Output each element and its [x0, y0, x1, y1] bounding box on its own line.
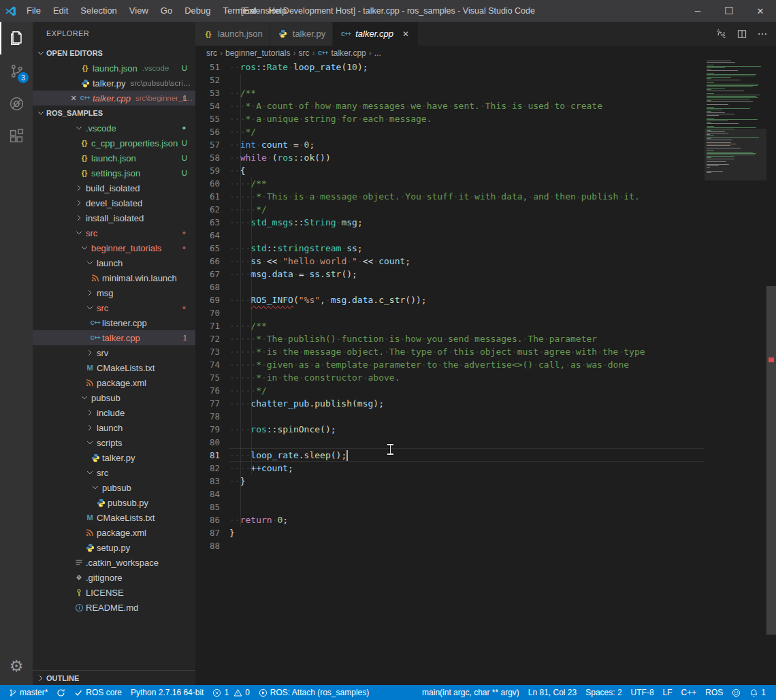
menu-view[interactable]: View: [123, 0, 155, 22]
tree-file-LICENSE[interactable]: LICENSE: [33, 585, 195, 600]
maximize-button[interactable]: ☐: [713, 0, 745, 22]
activity-source-control-button[interactable]: 3: [0, 54, 33, 87]
minimap-viewport[interactable]: [705, 129, 766, 180]
menu-terminal[interactable]: Terminal: [216, 0, 262, 22]
activity-explorer-button[interactable]: [0, 22, 33, 54]
breadcrumb-label: src: [206, 48, 217, 58]
breadcrumb-item[interactable]: src: [206, 48, 217, 58]
breadcrumb-item[interactable]: src: [298, 48, 309, 58]
open-editors-header[interactable]: OPEN EDITORS: [33, 46, 195, 61]
breadcrumb-item[interactable]: ...: [374, 48, 381, 58]
tab-talker.cpp[interactable]: C++talker.cpp✕: [333, 22, 418, 46]
code-editor[interactable]: 51··ros::Rate·loop_rate(10);5253··/**54·…: [195, 61, 705, 552]
more-actions-icon[interactable]: [757, 29, 768, 39]
status-item[interactable]: [53, 685, 69, 700]
tree-folder-launch[interactable]: launch: [33, 420, 195, 435]
status-item-ros-attach-ros-samples[interactable]: ROS: Attach (ros_samples): [255, 685, 372, 700]
status-item-c[interactable]: C++: [678, 685, 700, 700]
breadcrumb-item[interactable]: beginner_tutorials: [225, 48, 290, 58]
code-line-text: ··ros::Rate·loop_rate(10);: [229, 61, 368, 74]
tree-folder-pubsub[interactable]: pubsub: [33, 390, 195, 405]
tree-item-label: .gitignore: [86, 573, 122, 583]
tree-file-settings.json[interactable]: {}settings.jsonU: [33, 165, 195, 180]
menu-selection[interactable]: Selection: [74, 0, 123, 22]
tree-item-label: setup.py: [97, 543, 130, 553]
tree-folder-srv[interactable]: srv: [33, 345, 195, 360]
status-item-ln-81-col-23[interactable]: Ln 81, Col 23: [525, 685, 580, 700]
tree-file-.catkin_workspace[interactable]: .catkin_workspace: [33, 555, 195, 570]
line-number: 71: [195, 319, 229, 332]
tree-item-label: launch.json: [91, 153, 136, 163]
tree-file-CMakeLists.txt[interactable]: MCMakeLists.txt: [33, 510, 195, 525]
menu-edit[interactable]: Edit: [47, 0, 74, 22]
scrollbar-slider[interactable]: [766, 286, 776, 635]
tree-folder-src[interactable]: src•: [33, 225, 195, 240]
close-icon[interactable]: ✕: [68, 94, 79, 103]
tree-folder-.vscode[interactable]: .vscode•: [33, 121, 195, 136]
open-editor-item[interactable]: ✕C++talker.cppsrc\beginner_tuto...1: [33, 91, 195, 106]
menu-go[interactable]: Go: [155, 0, 178, 22]
tree-folder-pubsub[interactable]: pubsub: [33, 480, 195, 495]
tree-folder-devel_isolated[interactable]: devel_isolated: [33, 195, 195, 210]
tree-file-CMakeLists.txt[interactable]: MCMakeLists.txt: [33, 360, 195, 375]
tree-folder-launch[interactable]: launch: [33, 255, 195, 270]
explorer-icon: [8, 29, 26, 47]
status-item-ros-core[interactable]: ROS core: [71, 685, 125, 700]
tree-file-launch.json[interactable]: {}launch.jsonU: [33, 150, 195, 165]
tree-file-minimal.win.launch[interactable]: minimal.win.launch: [33, 270, 195, 285]
activity-debug-button[interactable]: [0, 87, 33, 120]
tree-folder-msg[interactable]: msg: [33, 285, 195, 300]
tree-folder-scripts[interactable]: scripts: [33, 435, 195, 450]
activity-settings-gear-button[interactable]: ⚙: [0, 650, 33, 682]
tree-folder-build_isolated[interactable]: build_isolated: [33, 180, 195, 195]
tree-file-talker.py[interactable]: talker.py: [33, 450, 195, 465]
tree-file-listener.cpp[interactable]: C++listener.cpp: [33, 315, 195, 330]
close-button[interactable]: ✕: [745, 0, 776, 22]
tree-folder-src[interactable]: src•: [33, 300, 195, 315]
tree-file-setup.py[interactable]: setup.py: [33, 540, 195, 555]
chevron-right-icon: [84, 349, 95, 356]
status-item-1[interactable]: 1: [746, 685, 769, 700]
breadcrumb-item[interactable]: C++talker.cpp: [317, 48, 366, 59]
vertical-scrollbar[interactable]: [766, 61, 776, 685]
status-item-ros[interactable]: ROS: [702, 685, 726, 700]
split-editor-icon[interactable]: [737, 29, 747, 39]
tree-folder-src[interactable]: src: [33, 465, 195, 480]
status-item-lf[interactable]: LF: [660, 685, 676, 700]
cpp-file-icon: C++: [317, 48, 328, 59]
tree-file-README.md[interactable]: README.md: [33, 600, 195, 615]
tree-file-.gitignore[interactable]: .gitignore: [33, 570, 195, 585]
tree-item-label: talker.py: [102, 453, 135, 463]
outline-section-header[interactable]: OUTLINE: [33, 670, 195, 685]
folder-section-header[interactable]: ROS_SAMPLES: [33, 106, 195, 121]
tree-folder-beginner_tutorials[interactable]: beginner_tutorials•: [33, 240, 195, 255]
tree-file-c_cpp_properties.json[interactable]: {}c_cpp_properties.jsonU: [33, 136, 195, 150]
tab-launch.json[interactable]: {}launch.json: [195, 22, 270, 46]
tab-close-icon[interactable]: ✕: [400, 29, 411, 39]
open-editor-item[interactable]: talker.pysrc\pubsub\scripts: [33, 76, 195, 91]
minimap[interactable]: [705, 61, 766, 685]
status-item-python-2-7-16-64-bit[interactable]: Python 2.7.16 64-bit: [127, 685, 207, 700]
breadcrumb-label: beginner_tutorials: [225, 48, 290, 58]
open-editor-item[interactable]: {}launch.json.vscodeU: [33, 61, 195, 76]
tree-file-package.xml[interactable]: package.xml: [33, 525, 195, 540]
tree-folder-include[interactable]: include: [33, 405, 195, 420]
status-item-main-int-argc-char-argv[interactable]: main(int argc, char ** argv): [419, 685, 523, 700]
activity-extensions-button[interactable]: [0, 120, 33, 153]
status-item-spaces-2[interactable]: Spaces: 2: [582, 685, 625, 700]
tree-folder-install_isolated[interactable]: install_isolated: [33, 210, 195, 225]
menu-debug[interactable]: Debug: [178, 0, 216, 22]
tree-file-pubsub.py[interactable]: pubsub.py: [33, 495, 195, 510]
menu-help[interactable]: Help: [263, 0, 293, 22]
tab-talker.py[interactable]: talker.py: [270, 22, 332, 46]
tree-file-talker.cpp[interactable]: C++talker.cpp1: [33, 330, 195, 345]
status-item-1[interactable]: 10: [209, 685, 253, 700]
circular-arrows-icon[interactable]: [715, 28, 727, 39]
status-item[interactable]: [728, 685, 744, 700]
menu-file[interactable]: File: [20, 0, 47, 22]
status-item-master[interactable]: master*: [5, 685, 51, 700]
line-number: 81: [195, 449, 229, 462]
minimize-button[interactable]: ─: [682, 0, 713, 22]
status-item-utf-8[interactable]: UTF-8: [628, 685, 658, 700]
tree-file-package.xml[interactable]: package.xml: [33, 375, 195, 390]
